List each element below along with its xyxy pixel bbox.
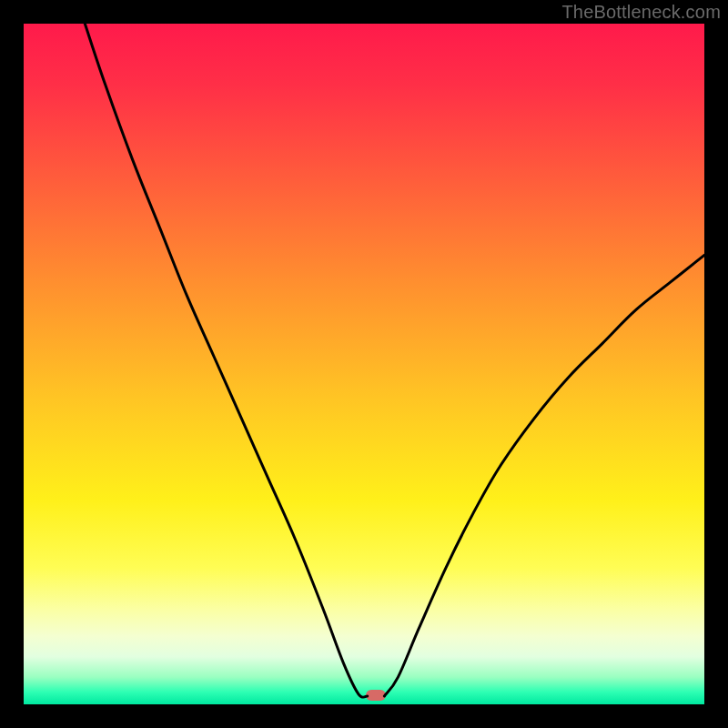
plot-area	[24, 24, 704, 704]
chart-frame: TheBottleneck.com	[0, 0, 728, 728]
bottleneck-curve	[24, 24, 704, 704]
watermark-text: TheBottleneck.com	[561, 2, 721, 23]
